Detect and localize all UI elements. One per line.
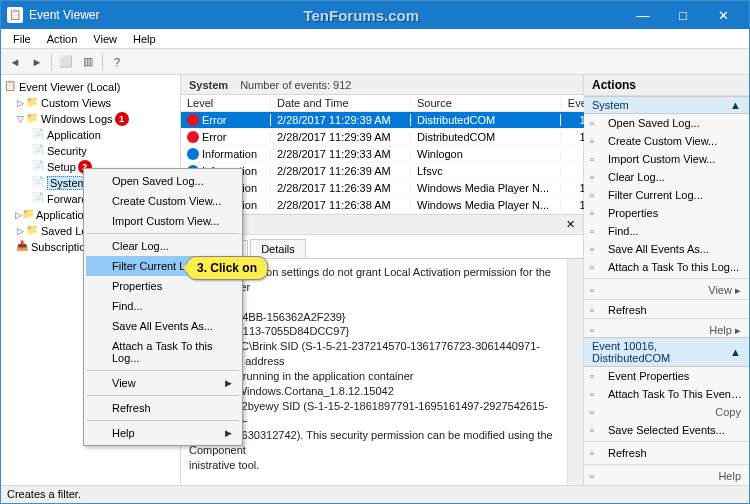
help-icon[interactable]: ?: [107, 52, 127, 72]
context-menu: Open Saved Log...Create Custom View...Im…: [83, 168, 243, 446]
panel-icon[interactable]: ▥: [78, 52, 98, 72]
actions-pane: Actions System▲ Open Saved Log...Create …: [584, 75, 749, 485]
up-icon[interactable]: ⬜: [56, 52, 76, 72]
tree-security[interactable]: 📄Security: [3, 143, 178, 159]
actions-item[interactable]: Clear Log...: [584, 168, 749, 186]
folder-icon: 📁: [25, 96, 39, 110]
grid-header: System Number of events: 912: [181, 75, 583, 95]
info-icon: [187, 148, 199, 160]
app-icon: 📋: [7, 7, 23, 23]
chevron-up-icon[interactable]: ▲: [730, 346, 741, 358]
actions-item[interactable]: Open Saved Log...: [584, 114, 749, 132]
menu-action[interactable]: Action: [39, 31, 86, 47]
grid-title: System: [189, 79, 228, 91]
menu-help[interactable]: Help: [125, 31, 164, 47]
watermark: TenForums.com: [99, 7, 623, 24]
tree-root[interactable]: 📋 Event Viewer (Local): [3, 79, 178, 95]
ctx-item[interactable]: Open Saved Log...: [86, 171, 240, 191]
actions-section-system: System▲: [584, 96, 749, 114]
maximize-button[interactable]: □: [663, 8, 703, 23]
ctx-item[interactable]: Create Custom View...: [86, 191, 240, 211]
actions-item[interactable]: Event Properties: [584, 367, 749, 385]
actions-item[interactable]: Copy: [584, 403, 749, 421]
actions-section-event: Event 10016, DistributedCOM▲: [584, 337, 749, 367]
actions-item[interactable]: Attach Task To This Event...: [584, 385, 749, 403]
chevron-up-icon[interactable]: ▲: [730, 99, 741, 111]
actions-item[interactable]: Import Custom View...: [584, 150, 749, 168]
ctx-item[interactable]: Help▶: [86, 423, 240, 443]
menubar: File Action View Help: [1, 29, 749, 49]
toolbar: ◄ ► ⬜ ▥ ?: [1, 49, 749, 75]
folder-icon: 📁: [25, 112, 39, 126]
log-icon: 📄: [31, 128, 45, 142]
actions-item[interactable]: Properties: [584, 204, 749, 222]
ctx-item[interactable]: Refresh: [86, 398, 240, 418]
folder-icon: 📁: [22, 208, 34, 222]
actions-view[interactable]: View ▸: [584, 281, 749, 297]
eventviewer-icon: 📋: [3, 80, 17, 94]
actions-item[interactable]: Save All Events As...: [584, 240, 749, 258]
detail-scrollbar[interactable]: [567, 259, 583, 485]
log-icon: 📄: [31, 192, 45, 206]
close-button[interactable]: ✕: [703, 8, 743, 23]
log-icon: 📄: [31, 144, 45, 158]
tree-windows-logs[interactable]: ▽📁Windows Logs1: [3, 111, 178, 127]
ctx-item[interactable]: Find...: [86, 296, 240, 316]
log-icon: 📄: [31, 176, 45, 190]
titlebar: 📋 Event Viewer TenForums.com — □ ✕: [1, 1, 749, 29]
actions-item[interactable]: Create Custom View...: [584, 132, 749, 150]
window-title: Event Viewer: [29, 8, 99, 22]
ctx-item[interactable]: Import Custom View...: [86, 211, 240, 231]
ctx-item[interactable]: View▶: [86, 373, 240, 393]
subs-icon: 📥: [15, 240, 29, 254]
forward-icon[interactable]: ►: [27, 52, 47, 72]
menu-view[interactable]: View: [85, 31, 125, 47]
actions-item[interactable]: Refresh: [584, 444, 749, 462]
actions-item[interactable]: Filter Current Log...: [584, 186, 749, 204]
tree-custom-views[interactable]: ▷📁Custom Views: [3, 95, 178, 111]
actions-help[interactable]: Help ▸: [584, 321, 749, 337]
ctx-item[interactable]: Save All Events As...: [86, 316, 240, 336]
actions-item[interactable]: Find...: [584, 222, 749, 240]
folder-icon: 📁: [25, 224, 39, 238]
annotation-callout: 3. Click on: [186, 256, 268, 280]
annotation-badge-1: 1: [115, 112, 129, 126]
actions-item[interactable]: Save Selected Events...: [584, 421, 749, 439]
ctx-item[interactable]: Clear Log...: [86, 236, 240, 256]
statusbar: Creates a filter.: [1, 485, 749, 503]
actions-refresh[interactable]: Refresh: [584, 301, 749, 316]
error-icon: [187, 131, 199, 143]
back-icon[interactable]: ◄: [5, 52, 25, 72]
actions-item[interactable]: Help: [584, 467, 749, 485]
tree-application[interactable]: 📄Application: [3, 127, 178, 143]
error-icon: [187, 114, 199, 126]
detail-close-icon[interactable]: ✕: [566, 218, 575, 231]
ctx-item[interactable]: Attach a Task To this Log...: [86, 336, 240, 368]
actions-item[interactable]: Attach a Task To this Log...: [584, 258, 749, 276]
actions-title: Actions: [584, 75, 749, 96]
menu-file[interactable]: File: [5, 31, 39, 47]
log-icon: 📄: [31, 160, 45, 174]
minimize-button[interactable]: —: [623, 8, 663, 23]
